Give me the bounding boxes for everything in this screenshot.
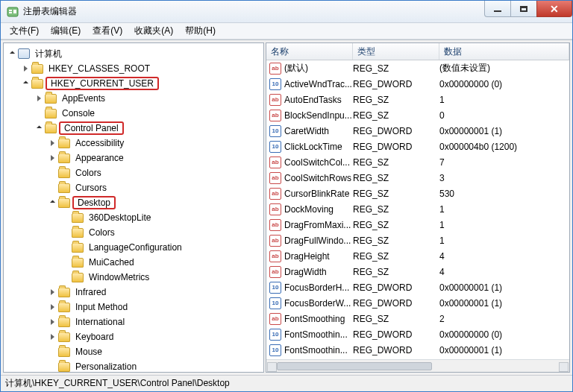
tree-node[interactable]: Infrared bbox=[4, 285, 263, 300]
list-row[interactable]: abCursorBlinkRateREG_SZ530 bbox=[266, 186, 569, 201]
list-row[interactable]: abDragHeightREG_SZ4 bbox=[266, 248, 569, 264]
expander-blank bbox=[47, 168, 57, 178]
expand-icon[interactable] bbox=[20, 63, 31, 74]
tree-node[interactable]: Console bbox=[4, 106, 263, 121]
tree-node[interactable]: Keyboard bbox=[4, 329, 263, 344]
string-value-icon: ab bbox=[269, 63, 281, 75]
list-row[interactable]: 10FontSmoothin...REG_DWORD0x00000000 (0) bbox=[266, 326, 569, 342]
expand-icon[interactable] bbox=[47, 287, 57, 297]
tree-node[interactable]: Cursors bbox=[4, 180, 263, 195]
expand-icon[interactable] bbox=[47, 317, 57, 327]
tree-node[interactable]: Mouse bbox=[4, 344, 263, 359]
tree-node-label: LanguageConfiguration bbox=[87, 241, 184, 253]
tree-node[interactable]: HKEY_CURRENT_USER bbox=[4, 76, 263, 91]
cell-name: 10FocusBorderW... bbox=[269, 297, 353, 309]
string-value-icon: ab bbox=[269, 203, 281, 215]
list-row[interactable]: abBlockSendInpu...REG_SZ0 bbox=[266, 107, 569, 123]
binary-value-icon: 10 bbox=[269, 78, 281, 90]
cell-data: 4 bbox=[439, 251, 569, 262]
list-row[interactable]: abDockMovingREG_SZ1 bbox=[266, 201, 569, 217]
tree-node[interactable]: HKEY_CLASSES_ROOT bbox=[4, 61, 263, 76]
window-buttons: ✕ bbox=[485, 1, 572, 22]
cell-name: abCoolSwitchRows bbox=[269, 172, 353, 184]
list-row[interactable]: abCoolSwitchRowsREG_SZ3 bbox=[266, 170, 569, 186]
tree-node[interactable]: Desktop bbox=[4, 195, 263, 210]
cell-name: abDockMoving bbox=[269, 203, 353, 215]
tree-node[interactable]: Personalization bbox=[4, 359, 263, 373]
cell-type: REG_SZ bbox=[353, 173, 439, 183]
close-button[interactable]: ✕ bbox=[536, 1, 572, 17]
list-row[interactable]: ab(默认)REG_SZ(数值未设置) bbox=[266, 60, 569, 76]
list-body[interactable]: ab(默认)REG_SZ(数值未设置)10ActiveWndTrac...REG… bbox=[266, 60, 569, 359]
tree-node[interactable]: Control Panel bbox=[4, 121, 263, 136]
expand-icon[interactable] bbox=[47, 153, 57, 163]
list-row[interactable]: abFontSmoothingREG_SZ2 bbox=[266, 311, 569, 326]
cell-type: REG_DWORD bbox=[353, 126, 439, 136]
list-row[interactable]: 10ActiveWndTrac...REG_DWORD0x00000000 (0… bbox=[266, 76, 569, 92]
string-value-icon: ab bbox=[269, 235, 281, 247]
collapse-icon[interactable] bbox=[34, 123, 44, 133]
tree-node[interactable]: Accessibility bbox=[4, 136, 263, 151]
tree-node[interactable]: LanguageConfiguration bbox=[4, 240, 263, 255]
cell-data: 0x00000001 (1) bbox=[439, 298, 569, 309]
value-name: (默认) bbox=[284, 62, 308, 75]
col-header-type[interactable]: 类型 bbox=[353, 43, 439, 60]
cell-data: 7 bbox=[439, 157, 569, 168]
cell-data: 1 bbox=[439, 204, 569, 215]
expand-icon[interactable] bbox=[47, 138, 57, 148]
tree-node[interactable]: MuiCached bbox=[4, 255, 263, 270]
col-header-data[interactable]: 数据 bbox=[439, 43, 569, 60]
maximize-button[interactable] bbox=[510, 1, 537, 17]
cell-type: REG_SZ bbox=[353, 110, 439, 121]
list-row[interactable]: 10FocusBorderH...REG_DWORD0x00000001 (1) bbox=[266, 279, 569, 295]
menu-edit[interactable]: 编辑(E) bbox=[45, 23, 87, 39]
scrollbar-thumb[interactable] bbox=[277, 362, 432, 370]
tree-node[interactable]: AppEvents bbox=[4, 91, 263, 106]
list-row[interactable]: 10CaretWidthREG_DWORD0x00000001 (1) bbox=[266, 123, 569, 139]
value-name: DragWidth bbox=[284, 267, 327, 277]
menu-file[interactable]: 文件(F) bbox=[4, 23, 45, 39]
list-horizontal-scrollbar[interactable] bbox=[266, 359, 569, 372]
menu-favorites[interactable]: 收藏夹(A) bbox=[128, 23, 179, 39]
value-name: DragHeight bbox=[284, 251, 330, 262]
list-row[interactable]: abCoolSwitchCol...REG_SZ7 bbox=[266, 154, 569, 170]
tree-node-label: Control Panel bbox=[60, 122, 123, 134]
cell-name: 10FontSmoothin... bbox=[269, 344, 353, 356]
string-value-icon: ab bbox=[269, 94, 281, 106]
tree-node[interactable]: Colors bbox=[4, 165, 263, 180]
tree-node-label: MuiCached bbox=[87, 256, 137, 268]
tree-node-label: 360DesktopLite bbox=[87, 212, 153, 224]
collapse-icon[interactable] bbox=[20, 78, 31, 89]
menu-view[interactable]: 查看(V) bbox=[87, 23, 128, 39]
tree-node[interactable]: 360DesktopLite bbox=[4, 210, 263, 225]
collapse-icon[interactable] bbox=[7, 48, 17, 59]
registry-tree[interactable]: 计算机HKEY_CLASSES_ROOTHKEY_CURRENT_USERApp… bbox=[3, 42, 264, 373]
cell-type: REG_SZ bbox=[353, 220, 439, 230]
minimize-button[interactable] bbox=[484, 1, 511, 17]
expand-icon[interactable] bbox=[47, 332, 57, 342]
menu-help[interactable]: 帮助(H) bbox=[179, 23, 222, 39]
list-row[interactable]: abDragFullWindo...REG_SZ1 bbox=[266, 233, 569, 248]
list-row[interactable]: abDragWidthREG_SZ4 bbox=[266, 264, 569, 279]
tree-node[interactable]: International bbox=[4, 314, 263, 329]
tree-node[interactable]: 计算机 bbox=[4, 46, 263, 61]
list-row[interactable]: 10FocusBorderW...REG_DWORD0x00000001 (1) bbox=[266, 295, 569, 311]
tree-node[interactable]: Input Method bbox=[4, 300, 263, 314]
tree-node[interactable]: Colors bbox=[4, 225, 263, 240]
tree-node-label: Accessibility bbox=[73, 137, 126, 149]
list-row[interactable]: 10FontSmoothin...REG_DWORD0x00000001 (1) bbox=[266, 342, 569, 358]
binary-value-icon: 10 bbox=[269, 329, 281, 341]
tree-node[interactable]: Appearance bbox=[4, 151, 263, 165]
expander-blank bbox=[60, 212, 71, 223]
list-row[interactable]: 10ClickLockTimeREG_DWORD0x000004b0 (1200… bbox=[266, 139, 569, 154]
folder-icon bbox=[58, 139, 70, 148]
statusbar-path: 计算机\HKEY_CURRENT_USER\Control Panel\Desk… bbox=[5, 377, 230, 390]
collapse-icon[interactable] bbox=[47, 197, 57, 208]
tree-node[interactable]: WindowMetrics bbox=[4, 270, 263, 285]
binary-value-icon: 10 bbox=[269, 344, 281, 356]
col-header-name[interactable]: 名称 bbox=[266, 43, 353, 60]
expand-icon[interactable] bbox=[47, 302, 57, 312]
list-row[interactable]: abAutoEndTasksREG_SZ1 bbox=[266, 92, 569, 107]
list-row[interactable]: abDragFromMaxi...REG_SZ1 bbox=[266, 217, 569, 233]
expand-icon[interactable] bbox=[34, 93, 44, 104]
